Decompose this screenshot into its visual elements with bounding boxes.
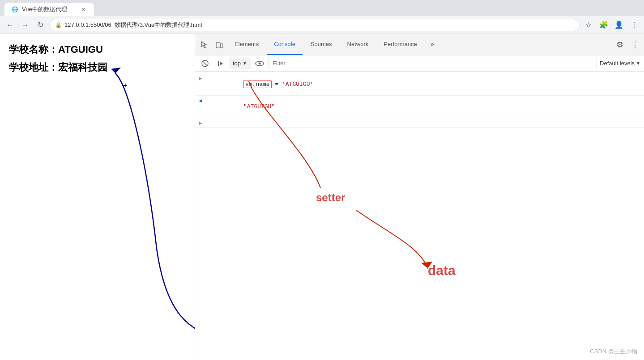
console-line-3[interactable]: ▶ [195,118,644,128]
csdn-watermark: CSDN @三生万物 [590,347,637,356]
devtools-menu-button[interactable]: ⋮ [628,38,642,52]
school-address-value: 宏福科技园 [58,62,107,73]
school-name-label: 学校名称： [9,44,58,55]
filter-input[interactable] [269,58,597,69]
tab-console[interactable]: Console [267,34,303,55]
console-content-2: "ATGUIGU" [209,97,640,117]
svg-marker-7 [220,61,223,66]
main-area: 学校名称：ATGUIGU 学校地址：宏福科技园 + [0,34,644,360]
svg-text:+: + [123,81,127,89]
device-toolbar-button[interactable] [212,38,226,52]
menu-button[interactable]: ⋮ [628,19,640,31]
console-content-1: vm.name = 'ATGUIGU' [209,74,640,94]
bookmark-button[interactable]: ☆ [582,19,595,31]
inspect-element-button[interactable] [197,38,211,52]
devtools-toolbar: Elements Console Sources Network Perform… [195,34,644,55]
profile-button[interactable]: 👤 [613,19,625,31]
default-levels-button[interactable]: Default levels ▼ [600,60,640,67]
school-name: 学校名称：ATGUIGU [9,43,186,56]
svg-rect-6 [218,61,219,66]
console-toolbar: top ▼ Default levels ▼ [195,55,644,72]
console-clear-button[interactable] [199,57,211,70]
console-line-2[interactable]: ◀ "ATGUIGU" [195,96,644,118]
svg-point-9 [258,62,260,64]
blue-arrow-svg: + [0,34,195,360]
extensions-button[interactable]: 🧩 [597,19,610,31]
tab-performance[interactable]: Performance [376,34,424,55]
svg-marker-10 [421,262,432,268]
console-arrow-3: ▶ [199,120,205,127]
browser-tab[interactable]: 🌐 Vue中的数据代理 ✕ [4,3,94,16]
devtools-settings-button[interactable]: ⚙ [613,38,627,52]
tab-sources[interactable]: Sources [303,34,339,55]
tab-elements[interactable]: Elements [227,34,266,55]
console-step-over-button[interactable] [214,57,226,70]
tab-bar: 🌐 Vue中的数据代理 ✕ [0,0,644,16]
back-button[interactable]: ← [4,19,16,31]
school-name-value: ATGUIGU [58,44,103,55]
school-address: 学校地址：宏福科技园 [9,61,186,74]
data-label: data [428,263,456,278]
address-bar[interactable]: 🔒 127.0.0.1:5500/06_数据代理/3.Vue中的数据代理.htm… [49,19,580,31]
svg-rect-3 [221,44,223,47]
lock-icon: 🔒 [55,22,62,28]
vm-name-box: vm.name [243,80,272,88]
context-selector[interactable]: top ▼ [229,58,251,69]
console-arrow-1: ▶ [199,75,205,82]
forward-button[interactable]: → [19,19,31,31]
address-text: 127.0.0.1:5500/06_数据代理/3.Vue中的数据代理.html [64,21,202,29]
reload-button[interactable]: ↻ [34,19,47,31]
more-tabs-button[interactable]: » [425,38,439,51]
console-output: ▶ vm.name = 'ATGUIGU' ◀ "ATGUIGU" ▶ [195,72,644,360]
page-content: 学校名称：ATGUIGU 学校地址：宏福科技园 + [0,34,195,360]
tab-title: Vue中的数据代理 [22,5,76,13]
console-eye-button[interactable] [253,57,266,70]
svg-rect-2 [216,42,220,48]
setter-label: setter [316,191,345,204]
console-line-1[interactable]: ▶ vm.name = 'ATGUIGU' [195,73,644,96]
console-arrow-2: ◀ [199,97,205,104]
nav-bar: ← → ↻ 🔒 127.0.0.1:5500/06_数据代理/3.Vue中的数据… [0,16,644,34]
svg-line-5 [203,61,207,66]
tab-network[interactable]: Network [340,34,376,55]
devtools-panel: Elements Console Sources Network Perform… [195,34,644,360]
school-address-label: 学校地址： [9,62,58,73]
tab-favicon: 🌐 [12,6,18,13]
tab-close-button[interactable]: ✕ [80,6,87,13]
